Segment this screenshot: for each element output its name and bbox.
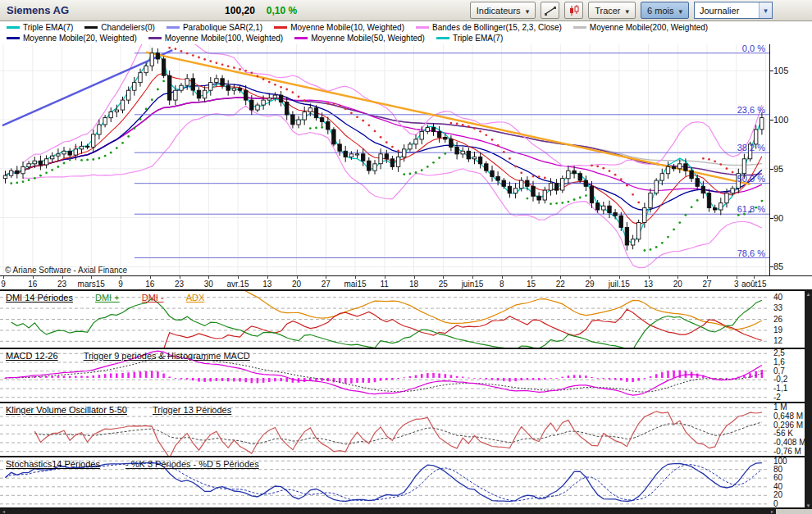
legend-swatch	[7, 26, 20, 29]
scroll-right-icon[interactable]: ►	[769, 509, 776, 514]
instrument-title: Siemens AG	[7, 4, 69, 16]
date-axis-label: 29	[585, 280, 594, 289]
date-axis-label: 11	[381, 280, 389, 289]
dmi-plus-legend[interactable]: DMI +	[95, 293, 120, 302]
axis-tick	[443, 276, 444, 279]
legend-label: Moyenne Mobile(10, Weighted)	[290, 23, 404, 32]
klinger-axis-label: -0,76 M	[773, 447, 801, 456]
axis-separator	[769, 44, 770, 275]
legend-label: Triple EMA(7)	[453, 34, 503, 43]
legend-swatch	[148, 37, 162, 39]
price-axis: 105100959085	[770, 44, 812, 275]
date-axis-label: 3	[734, 280, 739, 289]
axis-tick	[472, 276, 473, 279]
axis-tick	[385, 276, 385, 279]
scroll-down-icon[interactable]: ▼	[806, 503, 811, 509]
chevron-down-icon[interactable]	[759, 2, 772, 18]
legend-swatch	[274, 26, 287, 29]
klinger-axis-label: 0,648 M	[773, 412, 803, 421]
scroll-up-icon[interactable]: ▲	[806, 291, 811, 298]
date-axis-label: 8	[500, 280, 504, 289]
period-dropdown-button[interactable]: 6 mois	[641, 2, 689, 19]
date-axis-label: 22	[556, 280, 565, 289]
axis-tick	[707, 276, 708, 279]
horizontal-scrollbar[interactable]: ◄ ►	[0, 509, 776, 514]
macd-panel-subtitle[interactable]: Trigger 9 periodes & Histogramme MACD	[84, 351, 250, 361]
stochastics-panel-title[interactable]: Stochastics14 Périodes	[6, 459, 100, 469]
adx-legend[interactable]: ADX	[186, 293, 205, 302]
legend-label: Moyenne Mobile(200, Weighted)	[590, 23, 708, 32]
stochastics-axis: 100806040200	[770, 457, 805, 507]
klinger-panel-title[interactable]: Klinger Volume Oscillator 5-50	[6, 405, 127, 415]
legend-label: Bandes de Bollinger(15, 2,3, Close)	[432, 23, 562, 32]
axis-tick	[3, 276, 4, 279]
svg-text:23,6 %: 23,6 %	[737, 105, 765, 115]
date-axis-label: 25	[439, 280, 448, 289]
legend-label: Moyenne Mobile(20, Weighted)	[23, 34, 137, 43]
legend-item[interactable]: Triple EMA(7)	[7, 23, 73, 32]
legend-item[interactable]: Parabolique SAR(2,1)	[167, 23, 262, 32]
svg-text:61,8 %: 61,8 %	[737, 204, 765, 214]
klinger-axis-label: -0,408 M	[773, 438, 805, 447]
svg-text:38,2 %: 38,2 %	[737, 143, 765, 152]
trendline-tool-button[interactable]	[541, 2, 559, 19]
legend-swatch	[416, 26, 429, 29]
legend-row-2: Moyenne Mobile(20, Weighted)Moyenne Mobi…	[0, 33, 812, 43]
stochastics-panel-subtitle[interactable]: - %K 3 Périodes - %D 5 Périodes	[125, 459, 259, 469]
main-price-chart[interactable]: 0,0 %23,6 %38,2 %50,0 %61,8 %78,6 %	[0, 44, 769, 275]
legend-item[interactable]: Triple EMA(7)	[436, 34, 503, 43]
macd-axis: 2,51,60,7-0,2-1,1-2	[770, 349, 805, 402]
axis-tick	[619, 276, 620, 279]
axis-tick	[180, 276, 180, 279]
legend-row-1: Triple EMA(7)Chandeliers(0)Parabolique S…	[0, 22, 812, 33]
date-axis-label: 20	[673, 280, 682, 289]
legend-item[interactable]: Moyenne Mobile(100, Weighted)	[148, 34, 283, 43]
indicators-dropdown-button[interactable]: Indicateurs	[470, 2, 536, 19]
legend-item[interactable]: Moyenne Mobile(200, Weighted)	[573, 23, 708, 32]
indicators-dropdown-label: Indicateurs	[477, 6, 521, 16]
vertical-scrollbar[interactable]: ▲ ▼	[805, 291, 812, 509]
date-axis-label: juin15	[462, 280, 484, 289]
dmi-minus-legend[interactable]: DMI -	[142, 293, 164, 302]
legend-label: Moyenne Mobile(100, Weighted)	[165, 34, 283, 43]
legend-item[interactable]: Moyenne Mobile(20, Weighted)	[7, 34, 137, 43]
toolbar: Siemens AG 100,20 0,10 % Indicateurs Tra…	[0, 0, 812, 21]
macd-axis-label: 0,7	[773, 366, 785, 375]
period-dropdown-label: 6 mois	[647, 6, 673, 16]
klinger-panel: Klinger Volume Oscillator 5-50 Trigger 1…	[0, 403, 812, 457]
legend-item[interactable]: Chandeliers(0)	[84, 23, 155, 32]
legend-item[interactable]: Moyenne Mobile(10, Weighted)	[274, 23, 404, 32]
axis-tick	[414, 276, 415, 279]
legend-item[interactable]: Bandes de Bollinger(15, 2,3, Close)	[416, 23, 562, 32]
candlestick-icon	[568, 5, 580, 16]
dmi-panel-title[interactable]: DMI 14 Périodes	[6, 293, 73, 302]
axis-tick	[502, 276, 503, 279]
date-axis-label: 15	[527, 280, 536, 289]
frequency-select[interactable]: Journalier	[694, 2, 773, 19]
scroll-left-icon[interactable]: ◄	[0, 509, 7, 514]
dmi-panel-header: DMI 14 Périodes DMI + DMI - ADX	[6, 293, 204, 302]
indicator-legend: Triple EMA(7)Chandeliers(0)Parabolique S…	[0, 22, 812, 44]
frequency-select-value: Journalier	[700, 6, 739, 16]
klinger-axis-label: -56 K	[773, 429, 793, 438]
dmi-axis: 4033261912	[770, 291, 805, 348]
tracer-dropdown-button[interactable]: Tracer	[588, 2, 636, 19]
date-axis-label: avr.15	[226, 280, 249, 289]
klinger-panel-subtitle[interactable]: Trigger 13 Périodes	[153, 405, 231, 415]
axis-tick	[677, 276, 678, 279]
axis-tick	[121, 276, 121, 279]
legend-swatch	[436, 37, 449, 39]
candlestick-style-button[interactable]	[564, 2, 583, 19]
price-axis-label: 100	[773, 115, 788, 125]
legend-item[interactable]: Moyenne Mobile(50, Weighted)	[294, 34, 425, 43]
macd-axis-label: -2	[773, 393, 781, 402]
macd-panel-title[interactable]: MACD 12-26	[6, 351, 58, 361]
axis-tick	[62, 276, 63, 279]
klinger-panel-header: Klinger Volume Oscillator 5-50 Trigger 1…	[6, 405, 231, 415]
date-axis-label: 30	[204, 280, 213, 289]
axis-tick	[649, 276, 650, 279]
axis-tick	[150, 276, 151, 279]
macd-axis-label: -0,2	[773, 375, 787, 384]
stoch-axis-label: 20	[773, 490, 782, 499]
date-axis-label: août15	[741, 280, 767, 289]
